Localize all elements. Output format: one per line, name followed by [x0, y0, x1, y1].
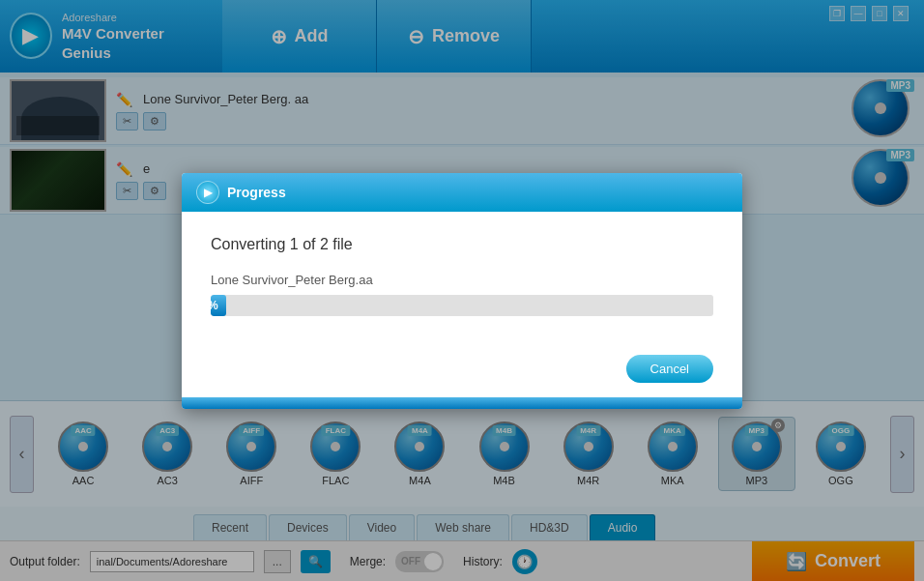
modal-footer: Cancel: [182, 340, 742, 397]
modal-logo-icon: ▶: [196, 181, 219, 204]
cancel-button[interactable]: Cancel: [626, 355, 713, 383]
modal-bottom-bar: [182, 397, 742, 409]
progress-bar-fill: 3%: [211, 295, 226, 316]
progress-bar-wrap: 3%: [211, 295, 713, 316]
progress-modal: ▶ Progress Converting 1 of 2 file Lone S…: [182, 173, 742, 409]
progress-file-name: Lone Survivor_Peter Berg.aa: [211, 273, 713, 287]
modal-header: ▶ Progress: [182, 173, 742, 212]
converting-text: Converting 1 of 2 file: [211, 236, 713, 253]
modal-body: Converting 1 of 2 file Lone Survivor_Pet…: [182, 212, 742, 340]
modal-overlay: ▶ Progress Converting 1 of 2 file Lone S…: [0, 0, 924, 581]
progress-percent: 3%: [211, 299, 218, 312]
modal-title: Progress: [227, 185, 286, 200]
